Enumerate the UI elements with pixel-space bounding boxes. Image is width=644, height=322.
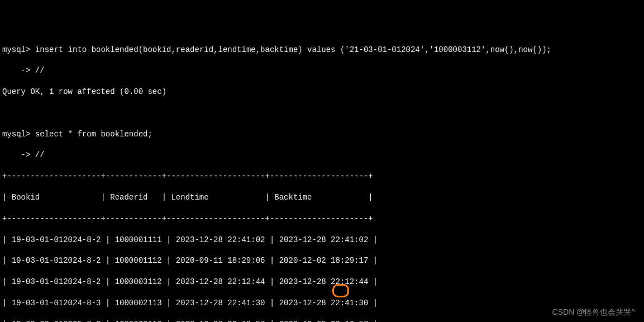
- table1-row: | 19-03-01-012024-8-2 | 1000001111 | 202…: [2, 235, 642, 245]
- delimiter: //: [35, 66, 45, 75]
- terminal-line-cont: -> //: [2, 150, 642, 160]
- table1-header: | Bookid | Readerid | Lendtime | Backtim…: [2, 192, 642, 203]
- table1-border-mid: +--------------------+------------+-----…: [2, 214, 642, 224]
- terminal-line-cont: -> //: [2, 65, 642, 76]
- table1-row: | 19-03-01-012024-8-2 | 1000001112 | 202…: [2, 255, 642, 266]
- prompt: mysql>: [2, 45, 30, 54]
- blank-line: [2, 108, 642, 119]
- cont-prompt: ->: [2, 150, 30, 159]
- insert-result: Query OK, 1 row affected (0.00 sec): [2, 87, 642, 97]
- terminal-line-select1: mysql> select * from booklended;: [2, 129, 642, 140]
- terminal-line-insert: mysql> insert into booklended(bookid,rea…: [2, 45, 642, 55]
- table1-row: | 19-03-02-012025-8-3 | 1000003112 | 202…: [2, 319, 642, 322]
- table1-border-top: +--------------------+------------+-----…: [2, 171, 642, 182]
- table1-row: | 19-03-01-012024-8-2 | 1000003112 | 202…: [2, 277, 642, 287]
- csdn-watermark: CSDN @怪兽也会哭哭^: [552, 307, 635, 318]
- table1-row: | 19-03-01-012024-8-3 | 1000002113 | 202…: [2, 298, 642, 309]
- sql-select-booklended: select * from booklended;: [35, 130, 152, 139]
- cont-prompt: ->: [2, 66, 30, 75]
- sql-insert: insert into booklended(bookid,readerid,l…: [35, 45, 551, 54]
- prompt: mysql>: [2, 130, 30, 139]
- delimiter: //: [35, 150, 45, 159]
